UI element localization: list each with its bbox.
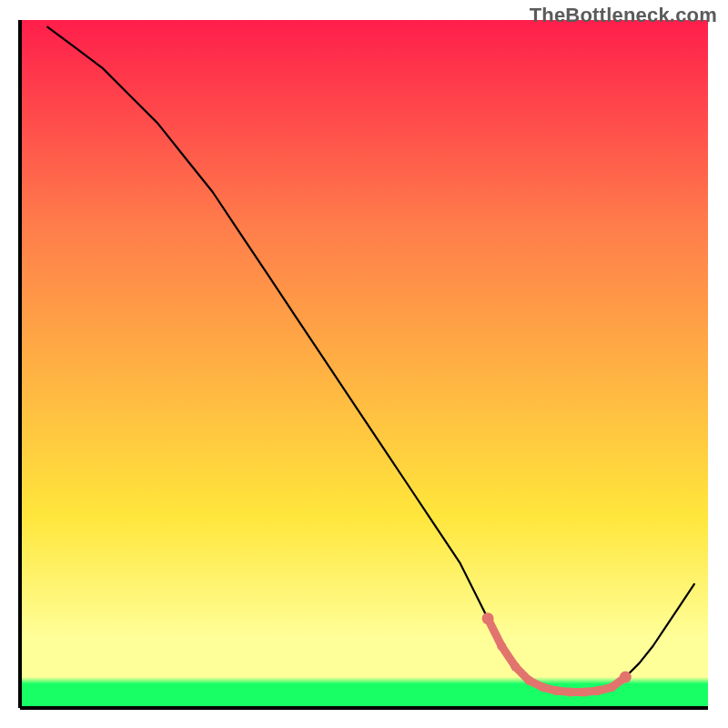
svg-point-9 [607, 682, 616, 692]
chart-stage: TheBottleneck.com [0, 0, 728, 728]
svg-point-6 [566, 688, 575, 697]
svg-point-4 [539, 682, 548, 692]
svg-point-7 [580, 688, 589, 697]
plot-background [20, 20, 708, 708]
svg-point-10 [620, 672, 632, 683]
bottleneck-chart [0, 0, 728, 728]
svg-point-0 [482, 612, 494, 624]
svg-point-1 [497, 642, 506, 651]
svg-point-5 [552, 686, 561, 695]
svg-point-8 [593, 686, 602, 695]
svg-point-3 [524, 676, 533, 685]
watermark-text: TheBottleneck.com [530, 4, 717, 27]
svg-point-2 [511, 662, 520, 672]
